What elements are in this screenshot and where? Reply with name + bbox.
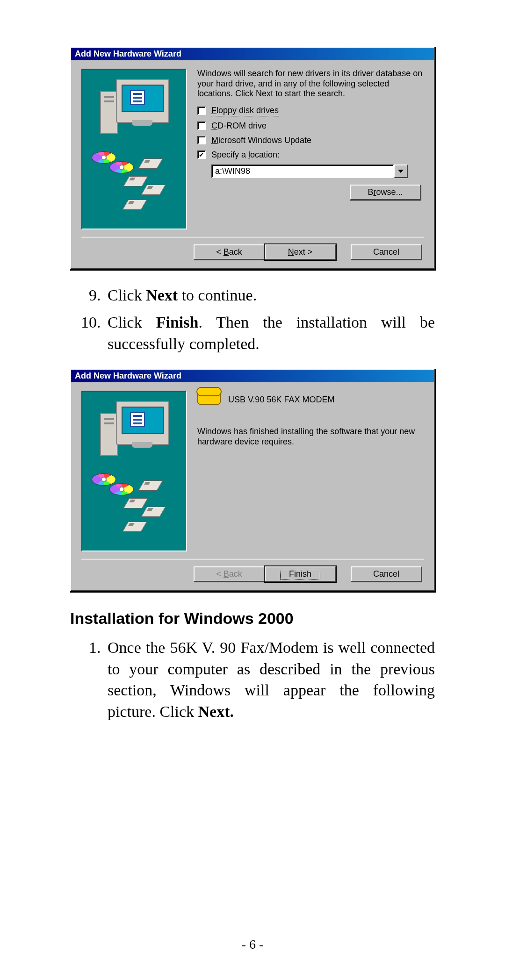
finish-message: Windows has finished installing the soft… bbox=[197, 426, 424, 447]
wizard-side-graphic bbox=[81, 69, 187, 229]
checkbox-icon bbox=[197, 122, 206, 130]
separator bbox=[81, 559, 424, 560]
checkbox-icon bbox=[197, 150, 206, 159]
step-1: Once the 56K V. 90 Fax/Modem is well con… bbox=[105, 637, 435, 723]
checkbox-label: Floppy disk drives bbox=[211, 106, 279, 116]
instruction-text: Once the 56K V. 90 Fax/Modem is well con… bbox=[70, 637, 435, 723]
chevron-down-icon bbox=[398, 170, 404, 173]
back-button: < Back bbox=[194, 566, 265, 582]
checkbox-floppy[interactable]: Floppy disk drives bbox=[197, 106, 424, 116]
cancel-button[interactable]: Cancel bbox=[351, 566, 422, 582]
dialog-title: Add New Hardware Wizard bbox=[71, 370, 434, 382]
wizard-button-row: < Back Next > Cancel bbox=[81, 244, 424, 264]
back-button[interactable]: < Back bbox=[194, 244, 265, 260]
wizard-dialog-finish: Add New Hardware Wizard bbox=[70, 369, 436, 593]
instruction-text: Click Next to continue. Click Finish. Th… bbox=[70, 285, 435, 355]
checkbox-icon bbox=[197, 107, 206, 115]
browse-button[interactable]: Browse... bbox=[350, 185, 421, 200]
checkbox-windows-update[interactable]: Microsoft Windows Update bbox=[197, 136, 424, 145]
dialog-title: Add New Hardware Wizard bbox=[71, 48, 434, 60]
wizard-side-graphic bbox=[81, 391, 187, 551]
modem-icon bbox=[197, 391, 221, 409]
finish-button[interactable]: Finish bbox=[265, 566, 336, 582]
step-9: Click Next to continue. bbox=[105, 285, 435, 306]
next-button[interactable]: Next > bbox=[265, 244, 336, 260]
cancel-button[interactable]: Cancel bbox=[351, 244, 422, 260]
step-10: Click Finish. Then the installation will… bbox=[105, 312, 435, 355]
device-name: USB V.90 56K FAX MODEM bbox=[228, 395, 334, 405]
section-heading: Installation for Windows 2000 bbox=[70, 609, 435, 628]
page-number: - 6 - bbox=[0, 937, 505, 952]
checkbox-label: Specify a location: bbox=[211, 150, 280, 160]
checkbox-cdrom[interactable]: CD-ROM drive bbox=[197, 121, 424, 131]
wizard-dialog-search: Add New Hardware Wizard bbox=[70, 47, 436, 271]
checkbox-icon bbox=[197, 136, 206, 144]
separator bbox=[81, 237, 424, 238]
checkbox-label: CD-ROM drive bbox=[211, 121, 267, 131]
location-input[interactable] bbox=[211, 165, 394, 178]
checkbox-label: Microsoft Windows Update bbox=[211, 136, 311, 145]
dropdown-button[interactable] bbox=[394, 165, 408, 178]
wizard-button-row: < Back Finish Cancel bbox=[81, 566, 424, 586]
dialog-intro-text: Windows will search for new drivers in i… bbox=[197, 69, 424, 99]
checkbox-specify-location[interactable]: Specify a location: bbox=[197, 150, 424, 160]
